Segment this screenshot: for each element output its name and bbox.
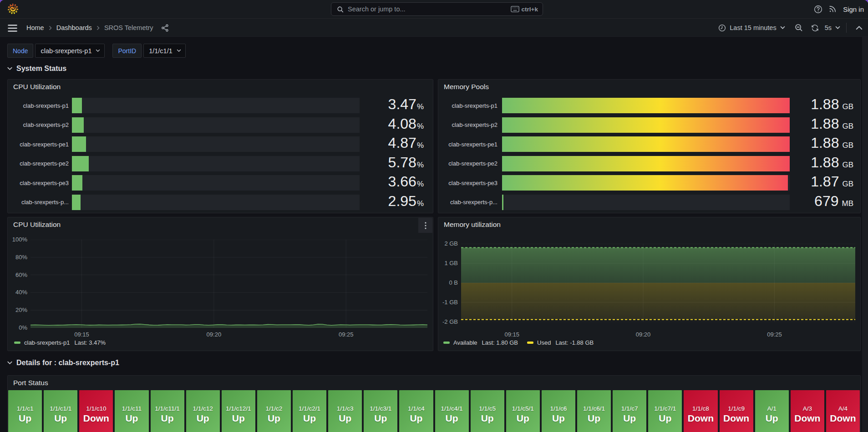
port-tile: 1/1/c1/1Up [44,390,77,432]
news-rss-button[interactable] [825,2,840,16]
port-status-value: Up [303,413,316,424]
section-details[interactable]: Details for : clab-srexperts-p1 [7,359,119,367]
gauge-row-label: clab-srexperts-pe2 [8,160,69,167]
variable-node-select[interactable]: clab-srexperts-p1 [35,44,105,58]
search-input[interactable] [348,5,511,13]
search-bar[interactable]: ctrl+k [331,2,543,16]
panel-title[interactable]: Memory utilization [444,221,501,229]
gauge-bar-fill [502,98,790,113]
port-tile: 1/1/c11/1Up [151,390,184,432]
x-axis-tick-label: 09:20 [200,331,228,338]
port-tile: A/4Down [826,390,860,432]
legend-series-name[interactable]: Available [453,339,477,346]
gauge-row-label: clab-srexperts-p2 [8,121,69,128]
variable-portid: PortID 1/1/c1/1 [112,44,185,58]
port-name: 1/1/c1/1 [50,405,71,412]
variable-node-label: Node [7,44,33,58]
port-status-value: Down [723,413,749,424]
port-status-value: Up [161,413,174,424]
port-status-value: Down [830,413,856,424]
page-scrollbar[interactable] [862,37,868,432]
legend-series-name[interactable]: Used [537,339,551,346]
port-status-value: Up [623,413,636,424]
share-dashboard-button[interactable] [161,24,169,32]
toolbar-divider [846,23,847,33]
gauge-row: clab-srexperts-pe21.88GB [438,156,860,171]
port-tile: 1/1/c5/1Up [506,390,540,432]
x-axis-tick-label: 09:25 [332,331,360,338]
port-status-value: Down [688,413,714,424]
port-status-value: Up [588,413,600,424]
gauge-bar-fill [72,136,86,152]
gauge-row-value: 679MB [790,193,860,211]
port-tile: 1/1/c10Down [79,390,113,432]
refresh-interval-dropdown[interactable]: 5s [825,24,840,31]
grafana-logo[interactable] [8,4,18,14]
cpu-timeseries-plot[interactable] [30,240,427,328]
port-tile: 1/1/c3Up [328,390,362,432]
port-status-value: Up [410,413,422,424]
port-name: 1/1/c5/1 [512,405,534,412]
gauge-row-label: clab-srexperts-pe3 [8,180,69,186]
panel-title[interactable]: CPU Utilization [13,83,61,91]
panel-title[interactable]: CPU Utilization [13,221,61,229]
search-icon [337,6,344,13]
port-tile: 1/1/c4/1Up [435,390,469,432]
variable-portid-label: PortID [112,44,142,58]
port-name: 1/1/c7/1 [654,405,676,412]
gauge-row: clab-srexperts-pe11.88GB [438,136,860,152]
port-tile: 1/1/c2Up [257,390,291,432]
zoom-out-time-button[interactable] [792,20,806,35]
panel-menu-button[interactable] [418,218,432,233]
breadcrumb-dashboards[interactable]: Dashboards [56,24,92,31]
port-name: 1/1/c7 [621,405,638,412]
y-axis-tick-label: 100% [8,236,27,243]
port-tile: 1/1/c4Up [399,390,433,432]
search-shortcut-hint: ctrl+k [511,6,538,13]
sign-in-button[interactable]: Sign in [843,5,864,13]
top-navigation-bar: ctrl+k Sign in [0,0,868,19]
gauge-row-value: 1.87GB [790,174,860,192]
legend-last-value: Last: 1.80 GB [482,339,518,346]
port-tile: 1/1/c11Up [115,390,148,432]
gauge-bar-track [502,195,790,210]
legend-series-name[interactable]: clab-srexperts-p1 [24,339,70,346]
gauge-bar-track [502,117,790,133]
section-system-status[interactable]: System Status [7,65,66,73]
gauge-row-label: clab-srexperts-p1 [8,102,69,109]
port-tile: A/1Up [755,390,789,432]
memory-timeseries-plot[interactable] [461,244,855,322]
gauge-row-value: 3.47% [360,96,433,115]
gauge-row-value: 4.87% [360,135,433,153]
panel-title[interactable]: Memory Pools [444,83,489,91]
timeseries-svg [461,244,855,322]
help-button[interactable] [811,2,825,16]
chevron-right-icon [48,25,52,30]
collapse-controls-button[interactable] [852,20,866,35]
port-name: A/4 [838,405,848,412]
memory-gauge-rows: clab-srexperts-p11.88GBclab-srexperts-p2… [438,98,860,214]
refresh-dashboard-button[interactable] [811,24,819,32]
port-name: A/3 [803,405,812,412]
port-name: 1/1/c1 [17,405,34,412]
y-axis-tick-label: -2 GB [438,318,458,326]
variable-portid-select[interactable]: 1/1/c1/1 [143,44,186,58]
port-name: 1/1/c5 [479,405,496,412]
y-axis-tick-label: 2 GB [438,240,458,247]
port-name: 1/1/c4 [408,405,425,412]
breadcrumb-home[interactable]: Home [26,24,44,31]
port-status-value: Up [517,413,529,424]
port-name: 1/1/c2/1 [299,405,320,412]
gauge-bar-track [502,156,790,171]
topbar-right-actions: Sign in [811,0,864,18]
port-tile: 1/1/c7/1Up [648,390,682,432]
port-status-value: Up [481,413,494,424]
legend-swatch [527,342,533,344]
port-status-value: Down [83,413,109,424]
time-range-picker[interactable]: Last 15 minutes [718,24,785,32]
panel-title[interactable]: Port Status [13,379,48,387]
menu-toggle-button[interactable] [6,22,19,34]
port-name: 1/1/c12 [193,405,213,412]
dashboard-toolbar: Last 15 minutes 5s [718,19,868,37]
legend-last-value: Last: 3.47% [74,339,106,346]
